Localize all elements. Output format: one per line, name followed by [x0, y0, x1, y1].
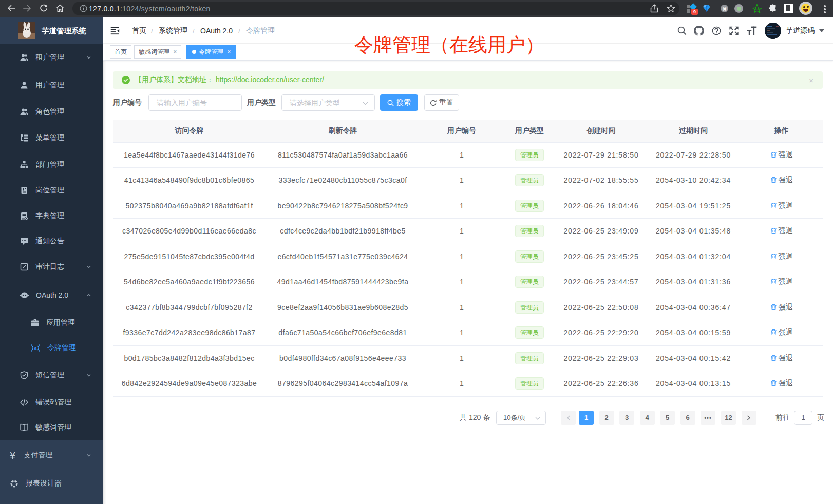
svg-text:a: a	[34, 346, 37, 351]
